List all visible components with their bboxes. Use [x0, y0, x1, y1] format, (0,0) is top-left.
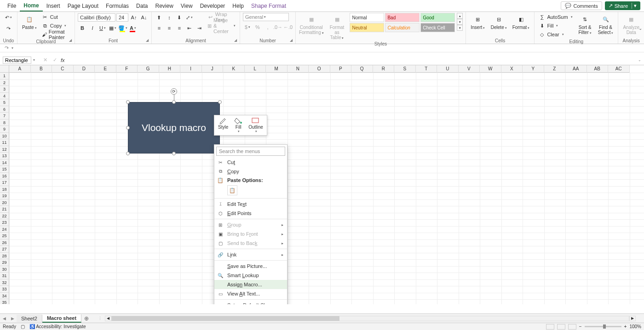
col-header-E[interactable]: E: [95, 65, 116, 73]
resize-handle-s[interactable]: [172, 152, 176, 155]
formula-input[interactable]: [67, 56, 636, 64]
col-header-A[interactable]: A: [9, 65, 31, 73]
rectangle-shape[interactable]: Vlookup macro: [128, 102, 220, 154]
redo-button[interactable]: ↷: [4, 24, 13, 33]
row-header-15[interactable]: 15: [0, 166, 9, 173]
col-header-H[interactable]: H: [159, 65, 181, 73]
resize-handle-w[interactable]: [126, 126, 130, 130]
row-header-6[interactable]: 6: [0, 106, 9, 113]
col-header-N[interactable]: N: [288, 65, 309, 73]
col-header-T[interactable]: T: [416, 65, 437, 73]
row-header-4[interactable]: 4: [0, 93, 9, 100]
rotation-handle[interactable]: ⟳: [171, 88, 177, 95]
conditional-formatting-button[interactable]: ▦Conditional Formatting: [299, 13, 324, 36]
row-header-5[interactable]: 5: [0, 99, 9, 106]
align-center-button[interactable]: ≡: [165, 23, 174, 33]
ctx-link[interactable]: 🔗Link▸: [214, 250, 287, 259]
tab-help[interactable]: Help: [229, 1, 247, 11]
row-header-25[interactable]: 25: [0, 233, 9, 239]
style-normal[interactable]: Normal: [350, 13, 384, 22]
chevron-down-icon[interactable]: ▾: [632, 3, 637, 9]
align-right-button[interactable]: ≡: [175, 23, 184, 33]
fill-button[interactable]: ⬇Fill: [537, 22, 574, 30]
name-box[interactable]: [3, 57, 31, 64]
row-header-26[interactable]: 26: [0, 239, 9, 246]
font-launcher[interactable]: ◢: [146, 38, 150, 43]
font-name-select[interactable]: Calibri (Body): [78, 13, 115, 22]
col-header-AC[interactable]: AC: [608, 65, 630, 73]
tab-split-handle[interactable]: ⋮: [95, 316, 105, 321]
row-header-27[interactable]: 27: [0, 246, 9, 253]
resize-handle-ne[interactable]: [218, 100, 222, 104]
tab-insert[interactable]: Insert: [43, 1, 64, 11]
cut-button[interactable]: ✂Cut: [40, 13, 72, 21]
macro-record-icon[interactable]: ▢: [21, 324, 25, 329]
row-header-31[interactable]: 31: [0, 273, 9, 279]
ctx-save-as-picture[interactable]: Save as Picture...: [214, 262, 287, 271]
zoom-out-button[interactable]: −: [579, 324, 582, 329]
mini-style-button[interactable]: Style: [215, 116, 231, 134]
hscroll-left[interactable]: ◀: [105, 316, 111, 321]
cell-styles-gallery[interactable]: Normal Bad Good Neutral Calculation Chec…: [350, 13, 455, 32]
namebox-dropdown-icon[interactable]: ▾: [33, 58, 35, 62]
row-header-11[interactable]: 11: [0, 139, 9, 146]
hscroll-right[interactable]: ▶: [629, 316, 636, 321]
fx-icon[interactable]: fx: [61, 57, 65, 63]
view-normal-button[interactable]: [546, 324, 554, 330]
row-header-32[interactable]: 32: [0, 279, 9, 286]
mini-outline-button[interactable]: Outline: [246, 116, 266, 134]
sort-filter-button[interactable]: ⇅Sort & Filter: [576, 13, 594, 36]
sheet-nav-next[interactable]: ▶: [8, 316, 17, 321]
styles-scroll[interactable]: ▴▾▾: [457, 13, 462, 31]
row-header-21[interactable]: 21: [0, 206, 9, 213]
bold-button[interactable]: B: [78, 23, 87, 33]
delete-cells-button[interactable]: ⊟Delete: [489, 13, 509, 31]
clipboard-launcher[interactable]: ◢: [69, 38, 74, 43]
autosum-button[interactable]: ∑AutoSum: [537, 13, 574, 21]
paste-button[interactable]: 📋 Paste: [20, 13, 39, 31]
zoom-in-button[interactable]: +: [624, 324, 627, 329]
row-header-24[interactable]: 24: [0, 226, 9, 233]
col-header-J[interactable]: J: [202, 65, 224, 73]
row-header-30[interactable]: 30: [0, 266, 9, 273]
col-header-V[interactable]: V: [459, 65, 480, 73]
row-header-33[interactable]: 33: [0, 286, 9, 293]
row-header-13[interactable]: 13: [0, 153, 9, 159]
tab-review[interactable]: Review: [151, 1, 177, 11]
col-header-B[interactable]: B: [31, 65, 52, 73]
col-header-D[interactable]: D: [74, 65, 95, 73]
row-header-18[interactable]: 18: [0, 186, 9, 193]
ctx-cut[interactable]: ✂Cut: [214, 158, 287, 167]
accessibility-status[interactable]: ♿ Accessibility: Investigate: [29, 324, 86, 329]
col-header-M[interactable]: M: [266, 65, 288, 73]
format-cells-button[interactable]: ◧Format: [511, 13, 532, 31]
format-as-table-button[interactable]: ▦Format as Table: [326, 13, 348, 41]
row-header-17[interactable]: 17: [0, 179, 9, 186]
find-select-button[interactable]: 🔍Find & Select: [596, 13, 615, 36]
col-header-F[interactable]: F: [116, 65, 138, 73]
col-header-W[interactable]: W: [480, 65, 501, 73]
tab-file[interactable]: File: [4, 1, 20, 11]
view-page-break-button[interactable]: [568, 324, 576, 330]
cancel-formula-icon[interactable]: ✕: [41, 57, 49, 63]
formula-expand-icon[interactable]: ⌄: [638, 58, 641, 62]
col-header-O[interactable]: O: [309, 65, 330, 73]
col-header-S[interactable]: S: [394, 65, 416, 73]
spreadsheet-grid[interactable]: ABCDEFGHIJKLMNOPQRSTUVWXYZAAABAC 1234567…: [0, 65, 644, 304]
col-header-U[interactable]: U: [437, 65, 459, 73]
tab-shape-format[interactable]: Shape Format: [247, 1, 290, 11]
tab-page-layout[interactable]: Page Layout: [64, 1, 102, 11]
align-top-button[interactable]: ⬆: [155, 13, 164, 22]
sheet-nav-prev[interactable]: ◀: [0, 316, 8, 321]
style-good[interactable]: Good: [420, 13, 455, 22]
ctx-assign-macro[interactable]: Assign Macro...: [214, 280, 287, 289]
row-header-14[interactable]: 14: [0, 159, 9, 166]
mini-fill-button[interactable]: Fill: [231, 116, 246, 134]
resize-handle-nw[interactable]: [126, 100, 130, 104]
comma-button[interactable]: ,: [263, 23, 272, 32]
style-check-cell[interactable]: Check Cell: [420, 23, 455, 32]
row-header-8[interactable]: 8: [0, 119, 9, 126]
number-launcher[interactable]: ◢: [290, 38, 294, 43]
col-header-AA[interactable]: AA: [565, 65, 587, 73]
alignment-launcher[interactable]: ◢: [234, 38, 239, 43]
